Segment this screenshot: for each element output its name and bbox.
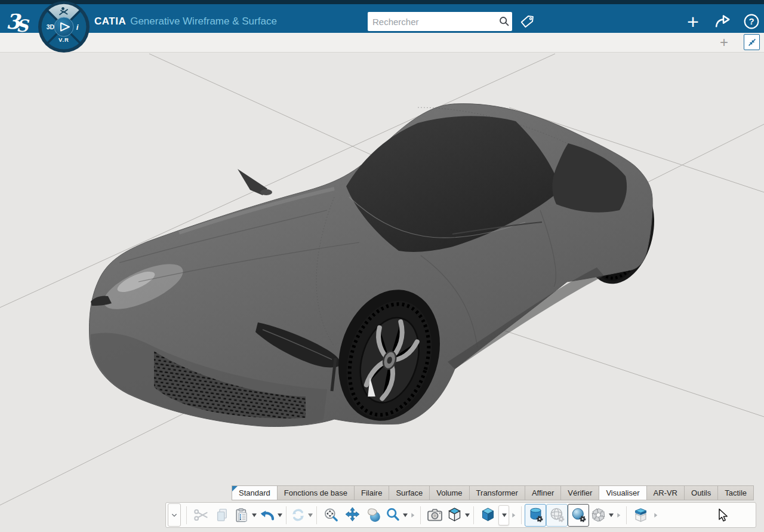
viewport-3d[interactable] [0,53,764,532]
tab-volume[interactable]: Volume [430,485,469,500]
collapse-window-button[interactable] [744,34,760,50]
toolbar-separator [286,506,286,524]
toolbar-collapse-button[interactable] [168,503,181,527]
dassault-3ds-logo[interactable]: 3 S [6,10,37,35]
tab-standard[interactable]: Standard [232,485,278,500]
zoom-button[interactable] [384,504,408,527]
iso-view-button[interactable] [445,504,470,527]
collapse-arrows-icon [747,37,757,48]
svg-text:?: ? [748,16,754,26]
window-top-strip [0,0,764,4]
zoom-button-caret[interactable] [403,513,408,517]
app-title: CATIAGenerative Wireframe & Surface [94,16,277,27]
undo-button-caret[interactable] [278,513,282,517]
secondary-bar [0,33,764,53]
paste-button-caret[interactable] [252,513,257,517]
toolbar-separator [316,506,317,524]
add-content-icon[interactable]: + [683,12,703,31]
fit-all-in-button[interactable] [320,504,341,527]
search-icon[interactable] [496,15,512,28]
tab-ar-vr[interactable]: AR-VR [647,485,685,500]
toolbar [165,502,756,528]
more-view-tools-button[interactable] [408,504,417,527]
tab-affiner[interactable]: Affiner [525,485,561,500]
update-button-caret[interactable] [308,513,313,517]
search-input[interactable] [368,17,496,27]
tab-tactile[interactable]: Tactile [718,485,754,500]
toolbar-separator [186,506,187,524]
toolbar-separator [521,506,522,524]
render-style-shading-button[interactable] [525,504,546,527]
update-button[interactable] [289,504,313,527]
render-style-mesh-button[interactable] [546,504,568,527]
tab-visualiser[interactable]: Visualiser [599,485,646,500]
compass-vr-label[interactable]: V.R [58,36,69,43]
action-tabs: StandardFonctions de baseFilaireSurfaceV… [232,485,754,500]
tab-outils[interactable]: Outils [685,485,718,500]
view-mode-dropdown-button[interactable] [498,505,509,525]
search-bar [368,12,512,31]
rotate-button[interactable] [363,504,384,527]
toolbar-separator [473,506,474,524]
side-mirror [238,169,272,195]
tab-v-rifier[interactable]: Vérifier [561,485,599,500]
pan-button[interactable] [341,504,363,527]
paste-button[interactable] [233,504,257,527]
share-icon[interactable] [712,12,732,31]
more-render-styles-button[interactable] [614,504,623,527]
more-view-modes-button[interactable] [509,504,518,527]
compass-widget[interactable]: 3D i V.R [36,0,91,57]
compass-i-label[interactable]: i [76,23,79,32]
compass-3d-label[interactable]: 3D [47,23,55,30]
app-brand: CATIA [94,16,126,27]
tab-filaire[interactable]: Filaire [355,485,389,500]
car-model-scene [0,53,764,532]
tab-transformer[interactable]: Transformer [470,485,525,500]
more-section-tools-button[interactable] [651,504,660,527]
render-style-custom-button-caret[interactable] [609,513,614,517]
toolbar-separator [420,506,421,524]
tab-fonctions-de-base[interactable]: Fonctions de base [278,485,355,500]
cut-button[interactable] [190,504,211,527]
add-tab-icon[interactable]: + [716,35,732,50]
iso-view-button-caret[interactable] [465,513,470,517]
compass-play-button[interactable] [54,17,73,36]
render-style-material-button[interactable] [568,504,589,527]
app-header: 3 S CATIAGenerative Wireframe & Surface … [0,4,764,33]
toolbar-separator [626,506,627,524]
view-mode-dropdown-button-caret[interactable] [502,513,507,517]
capture-button[interactable] [424,504,445,527]
undo-button[interactable] [257,504,283,527]
help-icon[interactable]: ? [741,12,762,31]
tag-icon[interactable] [517,12,537,31]
copy-button[interactable] [211,504,233,527]
render-style-custom-button[interactable] [589,504,614,527]
view-mode-cube-button[interactable] [477,504,498,527]
clipping-box-button[interactable] [630,504,651,527]
app-name: Generative Wireframe & Surface [130,16,277,27]
tab-surface[interactable]: Surface [389,485,430,500]
